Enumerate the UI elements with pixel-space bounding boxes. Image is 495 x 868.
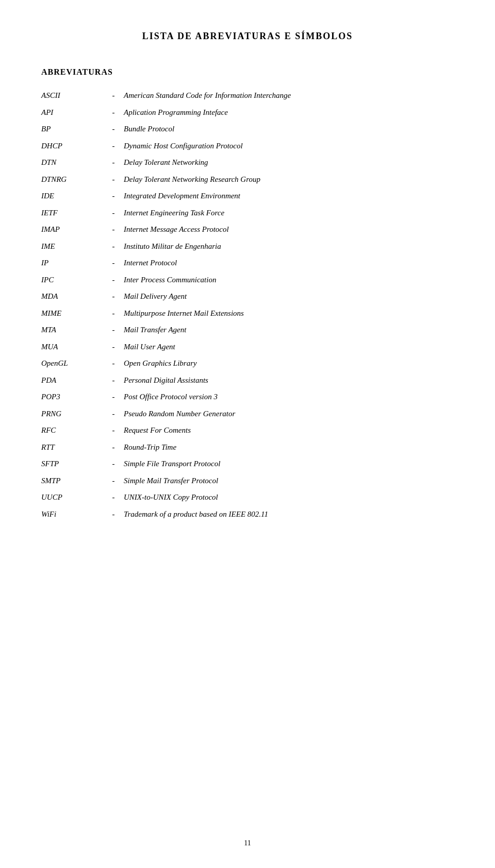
dash-cell: - [103,305,124,322]
page-number: 11 [244,839,251,847]
abbrev-cell: MTA [41,321,103,338]
definition-cell: American Standard Code for Information I… [124,87,454,104]
dash-cell: - [103,221,124,238]
definition-cell: Simple File Transport Protocol [124,455,454,472]
abbrev-cell: UUCP [41,489,103,506]
dash-cell: - [103,388,124,405]
dash-cell: - [103,439,124,456]
dash-cell: - [103,472,124,489]
definition-cell: Personal Digital Assistants [124,372,454,389]
abbrev-cell: MIME [41,305,103,322]
abbreviations-table: ASCII-American Standard Code for Informa… [41,87,454,522]
dash-cell: - [103,188,124,205]
table-row: PRNG-Pseudo Random Number Generator [41,405,454,422]
definition-cell: UNIX-to-UNIX Copy Protocol [124,489,454,506]
definition-cell: Open Graphics Library [124,355,454,372]
table-row: MUA-Mail User Agent [41,338,454,355]
definition-cell: Instituto Militar de Engenharia [124,238,454,255]
dash-cell: - [103,87,124,104]
table-row: MDA-Mail Delivery Agent [41,288,454,305]
table-row: UUCP-UNIX-to-UNIX Copy Protocol [41,489,454,506]
definition-cell: Dynamic Host Configuration Protocol [124,138,454,155]
dash-cell: - [103,104,124,121]
abbrev-cell: IMAP [41,221,103,238]
table-row: IDE-Integrated Development Environment [41,188,454,205]
abbrev-cell: DTNRG [41,171,103,188]
definition-cell: Trademark of a product based on IEEE 802… [124,506,454,523]
section-heading: ABREVIATURAS [41,67,454,77]
table-row: SFTP-Simple File Transport Protocol [41,455,454,472]
table-row: OpenGL-Open Graphics Library [41,355,454,372]
abbrev-cell: PDA [41,372,103,389]
table-row: DTNRG-Delay Tolerant Networking Research… [41,171,454,188]
table-row: API-Aplication Programming Inteface [41,104,454,121]
abbrev-cell: ASCII [41,87,103,104]
definition-cell: Round-Trip Time [124,439,454,456]
dash-cell: - [103,254,124,271]
definition-cell: Pseudo Random Number Generator [124,405,454,422]
dash-cell: - [103,138,124,155]
dash-cell: - [103,422,124,439]
definition-cell: Mail Delivery Agent [124,288,454,305]
abbrev-cell: IP [41,254,103,271]
dash-cell: - [103,171,124,188]
dash-cell: - [103,288,124,305]
page: LISTA DE ABREVIATURAS E SÍMBOLOS ABREVIA… [0,0,495,868]
abbrev-cell: POP3 [41,388,103,405]
dash-cell: - [103,205,124,222]
abbrev-cell: DHCP [41,138,103,155]
abbrev-cell: DTN [41,154,103,171]
table-row: MTA-Mail Transfer Agent [41,321,454,338]
table-row: IPC-Inter Process Communication [41,271,454,288]
table-row: DHCP-Dynamic Host Configuration Protocol [41,138,454,155]
abbrev-cell: IME [41,238,103,255]
definition-cell: Internet Protocol [124,254,454,271]
dash-cell: - [103,338,124,355]
dash-cell: - [103,372,124,389]
abbrev-cell: API [41,104,103,121]
dash-cell: - [103,506,124,523]
dash-cell: - [103,405,124,422]
abbrev-cell: SMTP [41,472,103,489]
abbrev-cell: WiFi [41,506,103,523]
abbrev-cell: IETF [41,205,103,222]
definition-cell: Simple Mail Transfer Protocol [124,472,454,489]
table-row: WiFi-Trademark of a product based on IEE… [41,506,454,523]
definition-cell: Delay Tolerant Networking [124,154,454,171]
table-row: MIME-Multipurpose Internet Mail Extensio… [41,305,454,322]
dash-cell: - [103,154,124,171]
dash-cell: - [103,321,124,338]
abbrev-cell: IPC [41,271,103,288]
definition-cell: Inter Process Communication [124,271,454,288]
abbrev-cell: BP [41,121,103,138]
definition-cell: Internet Engineering Task Force [124,205,454,222]
definition-cell: Request For Coments [124,422,454,439]
definition-cell: Delay Tolerant Networking Research Group [124,171,454,188]
table-row: IP-Internet Protocol [41,254,454,271]
abbrev-cell: SFTP [41,455,103,472]
definition-cell: Post Office Protocol version 3 [124,388,454,405]
dash-cell: - [103,238,124,255]
table-row: SMTP-Simple Mail Transfer Protocol [41,472,454,489]
definition-cell: Multipurpose Internet Mail Extensions [124,305,454,322]
abbrev-cell: MDA [41,288,103,305]
table-row: POP3-Post Office Protocol version 3 [41,388,454,405]
abbrev-cell: IDE [41,188,103,205]
definition-cell: Internet Message Access Protocol [124,221,454,238]
dash-cell: - [103,489,124,506]
table-row: IETF-Internet Engineering Task Force [41,205,454,222]
table-row: ASCII-American Standard Code for Informa… [41,87,454,104]
definition-cell: Bundle Protocol [124,121,454,138]
dash-cell: - [103,355,124,372]
dash-cell: - [103,121,124,138]
dash-cell: - [103,271,124,288]
abbrev-cell: RTT [41,439,103,456]
abbrev-cell: MUA [41,338,103,355]
table-row: BP-Bundle Protocol [41,121,454,138]
table-row: DTN-Delay Tolerant Networking [41,154,454,171]
table-row: PDA-Personal Digital Assistants [41,372,454,389]
abbrev-cell: PRNG [41,405,103,422]
definition-cell: Integrated Development Environment [124,188,454,205]
table-row: RFC-Request For Coments [41,422,454,439]
definition-cell: Mail User Agent [124,338,454,355]
